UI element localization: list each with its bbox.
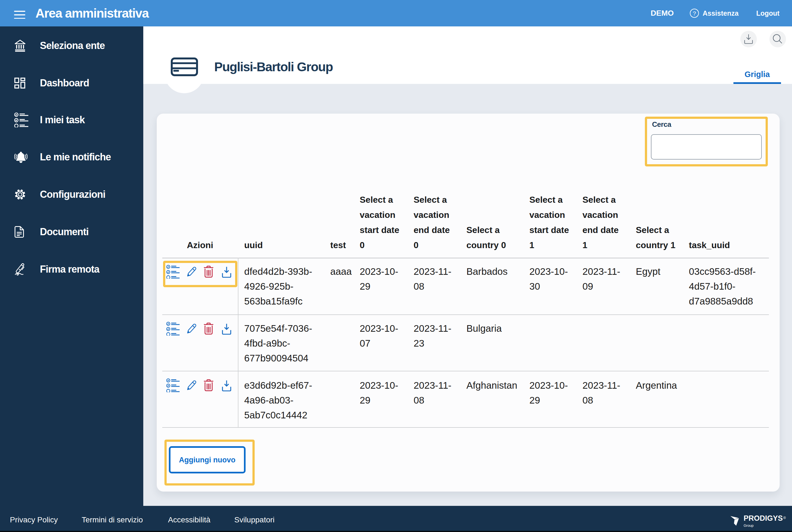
svg-text:?: ? [693, 10, 696, 17]
